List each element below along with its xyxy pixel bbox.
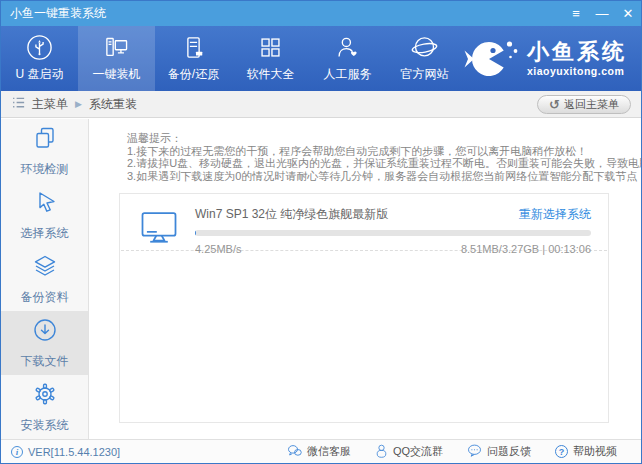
download-stats: 8.51MB/3.27GB | 00:13:06: [461, 243, 591, 255]
minimize-icon[interactable]: —: [589, 1, 615, 26]
apps-grid-icon: [257, 34, 284, 61]
app-window: 小鱼一键重装系统 ≡ — ✕ U 盘启动: [0, 0, 642, 464]
usb-icon: [26, 34, 53, 61]
close-icon[interactable]: ✕: [615, 1, 641, 26]
sidebar-item-label: 安装系统: [21, 417, 69, 434]
version-text: VER[11.5.44.1230]: [28, 446, 120, 458]
download-progress-bar: [195, 230, 591, 236]
nav-item-human-service[interactable]: 人工服务: [309, 26, 386, 91]
back-arrow-icon: ↺: [549, 98, 560, 111]
sidebar-item-label: 选择系统: [21, 225, 69, 242]
window-title: 小鱼一键重装系统: [10, 5, 106, 22]
download-progress-fill: [195, 230, 196, 236]
status-link-label: 帮助视频: [573, 444, 617, 459]
qq-icon: [375, 444, 388, 460]
menu-list-icon: [11, 95, 26, 113]
nav-item-backup-restore[interactable]: 备份/还原: [155, 26, 232, 91]
sidebar-item-select-system: 选择系统: [1, 183, 88, 247]
download-circle-icon: [32, 317, 58, 347]
cursor-icon: [32, 189, 58, 219]
tips-title: 温馨提示：: [127, 132, 611, 145]
status-link-label: 问题反馈: [487, 444, 531, 459]
status-link-label: QQ交流群: [393, 444, 443, 459]
gear-icon: [32, 381, 58, 411]
breadcrumb-root: 主菜单: [32, 96, 68, 113]
main-content: 温馨提示： 1.接下来的过程无需您的干预，程序会帮助您自动完成剩下的步骤，您可以…: [90, 119, 641, 439]
qq-group-link[interactable]: QQ交流群: [375, 444, 443, 460]
brand-domain: xiaoyuxitong.com: [527, 66, 627, 77]
sidebar-item-env-check: 环境检测: [1, 119, 88, 183]
nav-label: U 盘启动: [16, 66, 64, 83]
nav-label: 官方网站: [401, 66, 449, 83]
back-button-label: 返回主菜单: [564, 97, 619, 112]
breadcrumb-separator-icon: ▶: [75, 99, 82, 109]
nav-item-official-site[interactable]: 官方网站: [386, 26, 463, 91]
status-bar: i VER[11.5.44.1230] 微信客服: [1, 439, 641, 463]
env-check-icon: [32, 125, 58, 155]
status-link-label: 微信客服: [307, 444, 351, 459]
sidebar-item-label: 下载文件: [21, 353, 69, 370]
title-bar: 小鱼一键重装系统 ≡ — ✕: [1, 1, 641, 26]
feedback-bubble-icon: [467, 444, 482, 459]
human-service-icon: [334, 34, 361, 61]
computer-icon: [102, 34, 132, 61]
breadcrumb-current: 系统重装: [89, 96, 137, 113]
nav-item-software[interactable]: 软件大全: [232, 26, 309, 91]
nav-label: 人工服务: [324, 66, 372, 83]
nav-label: 备份/还原: [168, 66, 219, 83]
sidebar-item-label: 备份资料: [21, 289, 69, 306]
tips-block: 温馨提示： 1.接下来的过程无需您的干预，程序会帮助您自动完成剩下的步骤，您可以…: [90, 119, 641, 182]
info-icon: i: [11, 446, 23, 458]
brand-name: 小鱼系统: [527, 41, 627, 63]
download-speed: 4.25MB/s: [195, 243, 241, 255]
nav-item-one-key-install[interactable]: 一键装机: [78, 26, 155, 91]
sidebar-item-install-system: 安装系统: [1, 375, 88, 439]
back-to-main-menu-button[interactable]: ↺ 返回主菜单: [537, 95, 631, 114]
nav-label: 一键装机: [93, 66, 141, 83]
wechat-support-link[interactable]: 微信客服: [287, 444, 351, 460]
sidebar-steps: 环境检测 选择系统 备份资料: [1, 119, 89, 439]
menu-icon[interactable]: ≡: [563, 1, 589, 26]
download-item-row: Win7 SP1 32位 纯净绿色旗舰最新版 重新选择系统 4.25MB/s 8…: [121, 194, 607, 251]
backup-restore-icon: [180, 34, 207, 61]
window-controls: ≡ — ✕: [563, 1, 641, 26]
download-panel: Win7 SP1 32位 纯净绿色旗舰最新版 重新选择系统 4.25MB/s 8…: [119, 193, 609, 423]
top-nav: U 盘启动 一键装机 备份/还原: [1, 26, 641, 91]
layers-icon: [32, 253, 58, 283]
sidebar-item-label: 环境检测: [21, 161, 69, 178]
tip-line-2: 2.请拔掉U盘、移动硬盘，退出光驱内的光盘，并保证系统重装过程不断电。否则重装可…: [127, 157, 611, 170]
wechat-icon: [287, 444, 302, 459]
breadcrumb-bar: 主菜单 ▶ 系统重装 ↺ 返回主菜单: [1, 91, 641, 118]
sidebar-item-backup-data: 备份资料: [1, 247, 88, 311]
reselect-system-link[interactable]: 重新选择系统: [519, 206, 591, 223]
feedback-link[interactable]: 问题反馈: [467, 444, 531, 460]
sidebar-item-download-files: 下载文件: [1, 311, 88, 375]
website-globe-icon: [411, 34, 438, 61]
help-icon: ?: [555, 445, 568, 458]
nav-item-usb-boot[interactable]: U 盘启动: [1, 26, 78, 91]
nav-label: 软件大全: [247, 66, 295, 83]
download-title: Win7 SP1 32位 纯净绿色旗舰最新版: [195, 206, 388, 223]
tip-line-3: 3.如果遇到下载速度为0的情况时请耐心等待几分钟，服务器会自动根据您当前网络位置…: [127, 170, 611, 183]
monitor-icon: [137, 206, 181, 254]
tip-line-1: 1.接下来的过程无需您的干预，程序会帮助您自动完成剩下的步骤，您可以离开电脑稍作…: [127, 145, 611, 158]
help-videos-link[interactable]: ? 帮助视频: [555, 444, 617, 460]
fish-logo-icon: [463, 36, 519, 82]
brand-logo: 小鱼系统 xiaoyuxitong.com: [463, 26, 641, 91]
